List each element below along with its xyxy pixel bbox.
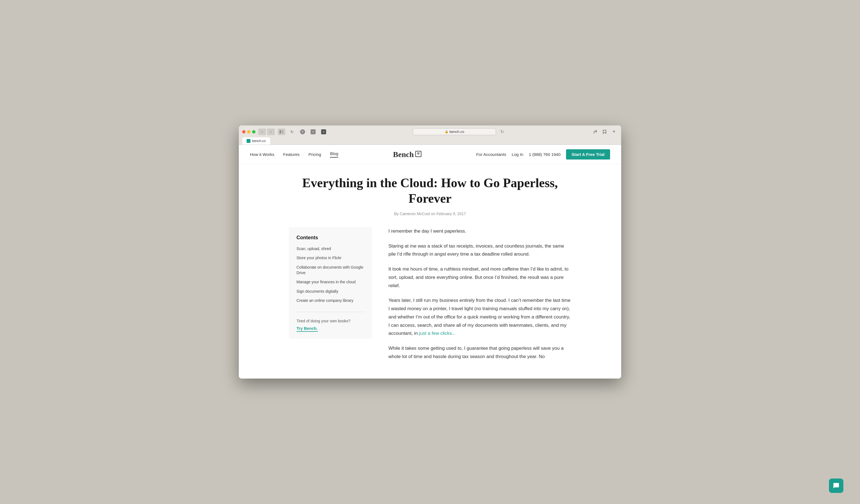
- share-icon[interactable]: [591, 129, 599, 135]
- toc-link-scan[interactable]: Scan, upload, shred: [297, 247, 331, 251]
- refresh-icon[interactable]: ↻: [288, 129, 296, 135]
- nav-link-for-accountants[interactable]: For Accountants: [476, 152, 506, 157]
- browser-nav-buttons: ‹ ›: [258, 129, 275, 135]
- toc-link-company-library[interactable]: Create an online company library: [297, 298, 353, 303]
- article-text: I remember the day I went paperless. Sta…: [388, 227, 571, 368]
- back-button[interactable]: ‹: [258, 129, 266, 135]
- nav-link-features[interactable]: Features: [283, 152, 300, 157]
- site-logo[interactable]: Bench: [393, 150, 422, 159]
- nav-link-log-in[interactable]: Log In: [512, 152, 524, 157]
- nav-left: How it Works Features Pricing Blog: [250, 151, 338, 158]
- article-container: Everything in the Cloud: How to Go Paper…: [277, 164, 583, 378]
- url-text: bench.co: [450, 130, 464, 134]
- paragraph-2: Staring at me was a stack of tax receipt…: [388, 242, 571, 258]
- reload-icon[interactable]: ↻: [498, 129, 506, 135]
- maximize-window-button[interactable]: [252, 130, 256, 133]
- tab-title: bench.co: [252, 139, 266, 143]
- add-tab-icon[interactable]: +: [610, 129, 618, 135]
- nav-right: For Accountants Log In 1 (888) 760 1940 …: [476, 149, 610, 160]
- tab-favicon: [247, 139, 250, 143]
- bookmark-icon[interactable]: [601, 129, 608, 135]
- address-bar[interactable]: 🔒 bench.co: [413, 128, 496, 135]
- toc-link-finances[interactable]: Manage your finances in the cloud: [297, 280, 356, 284]
- logo-icon: [415, 151, 421, 157]
- close-window-button[interactable]: [242, 130, 245, 133]
- svg-rect-2: [282, 132, 284, 132]
- svg-rect-3: [282, 133, 284, 133]
- list-item: Store your photos in Flickr: [297, 255, 364, 261]
- address-bar-area: 🔒 bench.co ↻: [330, 128, 588, 135]
- toc-cta-link[interactable]: Try Bench.: [297, 326, 318, 332]
- traffic-lights: [242, 130, 256, 133]
- paragraph-1: I remember the day I went paperless.: [388, 227, 571, 235]
- paragraph-3: It took me hours of time, a ruthless min…: [388, 265, 571, 290]
- forward-button[interactable]: ›: [267, 129, 275, 135]
- list-item: Sign documents digitally: [297, 289, 364, 294]
- list-item: Manage your finances in the cloud: [297, 279, 364, 285]
- browser-chrome: ‹ › ↻ ↻ ≡ A: [239, 125, 621, 145]
- article-body: Contents Scan, upload, shred Store your …: [289, 227, 571, 368]
- list-item: Collaborate on documents with Google Dri…: [297, 265, 364, 276]
- logo-text: Bench: [393, 150, 414, 159]
- toc-link-google-drive[interactable]: Collaborate on documents with Google Dri…: [297, 265, 363, 275]
- nav-link-pricing[interactable]: Pricing: [309, 152, 321, 157]
- chat-button[interactable]: [829, 478, 843, 493]
- extension-icon-2[interactable]: ≡: [309, 129, 317, 135]
- minimize-window-button[interactable]: [247, 130, 250, 133]
- toc-list: Scan, upload, shred Store your photos in…: [297, 246, 364, 303]
- browser-top-bar: ‹ › ↻ ↻ ≡ A: [242, 128, 618, 135]
- nav-link-how-it-works[interactable]: How it Works: [250, 152, 274, 157]
- browser-tabs: bench.co: [242, 137, 618, 145]
- sidebar-toggle-button[interactable]: [277, 129, 285, 135]
- lock-icon: 🔒: [445, 130, 448, 133]
- svg-rect-1: [282, 130, 284, 131]
- toc-divider: [297, 312, 364, 312]
- toc-cta-text: Tired of doing your own books?: [297, 319, 364, 323]
- svg-rect-0: [280, 130, 281, 133]
- list-item: Scan, upload, shred: [297, 246, 364, 252]
- nav-phone-number[interactable]: 1 (888) 760 1940: [529, 152, 560, 157]
- browser-window: ‹ › ↻ ↻ ≡ A: [239, 125, 621, 378]
- site-nav: How it Works Features Pricing Blog Bench…: [239, 145, 621, 164]
- right-toolbar-icons: +: [591, 129, 618, 135]
- paragraph-5: While it takes some getting used to, I g…: [388, 344, 571, 361]
- toc-link-sign-docs[interactable]: Sign documents digitally: [297, 289, 338, 294]
- active-tab[interactable]: bench.co: [242, 137, 270, 145]
- article-meta: By Cameron McCool on February 9, 2017: [289, 211, 571, 216]
- just-a-few-clicks-link[interactable]: just a few clicks.: [419, 331, 453, 336]
- page-content: How it Works Features Pricing Blog Bench…: [239, 145, 621, 378]
- toc-link-flickr[interactable]: Store your photos in Flickr: [297, 256, 342, 260]
- toc-sidebar: Contents Scan, upload, shred Store your …: [289, 227, 372, 339]
- extension-icon-3[interactable]: A: [320, 129, 328, 135]
- start-trial-button[interactable]: Start A Free Trial: [566, 149, 610, 160]
- paragraph-4: Years later, I still run my business ent…: [388, 296, 571, 338]
- list-item: Create an online company library: [297, 298, 364, 303]
- toc-heading: Contents: [297, 235, 364, 241]
- extension-icon-1[interactable]: ↻: [299, 129, 306, 135]
- paragraph-4-text: Years later, I still run my business ent…: [388, 298, 571, 336]
- article-title: Everything in the Cloud: How to Go Paper…: [289, 175, 571, 206]
- nav-link-blog[interactable]: Blog: [330, 151, 338, 158]
